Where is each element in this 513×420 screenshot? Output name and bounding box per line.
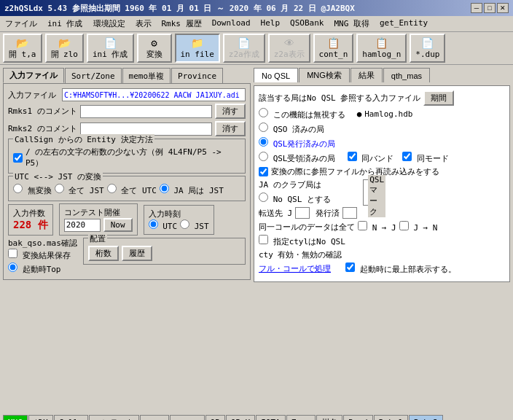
maximize-button[interactable]: □: [484, 3, 496, 13]
btab-rmks2[interactable]: Rmks2: [409, 415, 443, 420]
j-to-n-checkbox[interactable]: [399, 221, 409, 230]
toolbar-dup[interactable]: 📄 *.dup: [410, 34, 445, 63]
rmks2-field[interactable]: [80, 122, 212, 136]
utc-opt-alljst[interactable]: 全て JST: [55, 184, 104, 196]
n-to-j-label[interactable]: N → J: [358, 221, 396, 233]
toolbar-z2a-view[interactable]: 👁 z2a表示: [268, 34, 310, 63]
contest-year-field[interactable]: [64, 219, 101, 232]
rekishi-btn[interactable]: 履歴: [122, 246, 152, 261]
rmks1-delete-btn[interactable]: 消す: [215, 104, 246, 119]
btab-state[interactable]: 州名: [316, 415, 342, 420]
ignore-func-label[interactable]: この機能は無視する: [259, 108, 345, 120]
full-call-link[interactable]: フル・コールで処理: [259, 263, 331, 274]
qso-done-radio[interactable]: [259, 122, 268, 132]
ctyl-noqusl-label[interactable]: 指定ctylはNo QSL: [259, 235, 345, 247]
contest-group: コンテスト開催 Now: [59, 203, 138, 236]
start-top-label[interactable]: 起動時Top: [8, 262, 77, 275]
btab-opx[interactable]: OP X: [226, 415, 256, 420]
time-jst-radio[interactable]: [180, 219, 189, 229]
qsl-issued-label[interactable]: QSL発行済みの局: [259, 137, 336, 149]
time-jst-label[interactable]: JST: [180, 219, 209, 231]
ignore-func-radio[interactable]: [259, 108, 268, 117]
rp-tab-result[interactable]: 結果: [351, 68, 383, 82]
hakko-input[interactable]: [342, 207, 357, 219]
btab-rmks1[interactable]: Rmks1: [374, 415, 408, 420]
conv-result-checkbox[interactable]: [8, 249, 17, 258]
time-utc-label[interactable]: UTC: [149, 219, 178, 231]
rp-tab-mng[interactable]: MNG検索: [299, 68, 350, 82]
menu-view[interactable]: 表示: [133, 18, 154, 30]
menu-entity[interactable]: get_Entity: [377, 18, 430, 30]
menu-file[interactable]: ファイル: [3, 18, 39, 30]
btab-iota[interactable]: IOTA: [256, 415, 286, 420]
btab-rcvd[interactable]: Rcvd: [343, 415, 373, 420]
minimize-button[interactable]: ─: [471, 3, 482, 13]
menu-qsobank[interactable]: QSOBank: [288, 18, 326, 30]
period-btn[interactable]: 期間: [423, 90, 454, 106]
tab-sort-zone[interactable]: Sort/Zone: [65, 68, 122, 83]
j-to-n-label[interactable]: J → N: [399, 221, 438, 233]
rp-tab-qthmas[interactable]: qth_mas: [383, 68, 430, 82]
bak-options: 変換結果保存 起動時Top: [8, 249, 77, 275]
input-file-field[interactable]: [62, 88, 246, 101]
keisuu-btn[interactable]: 桁数: [88, 246, 119, 261]
toolbar-infile[interactable]: 📁 in file: [175, 34, 220, 63]
no-qsl-option-label[interactable]: No QSL とする: [259, 192, 331, 205]
rmks2-delete-btn[interactable]: 消す: [215, 121, 246, 136]
toolbar-ini[interactable]: 📄 ini 作成: [87, 34, 134, 63]
btab-mng[interactable]: MNG: [3, 415, 28, 420]
rmks1-field[interactable]: [80, 105, 212, 118]
toolbar-z2a-create[interactable]: 📄 z2a作成: [223, 34, 265, 63]
btab-zone[interactable]: Zone: [286, 415, 316, 420]
tab-input-file[interactable]: 入力ファイル: [3, 68, 64, 83]
qsl-issued-radio[interactable]: [259, 137, 268, 147]
toolbar-convert[interactable]: ⚙ 変換: [137, 34, 172, 63]
tab-province[interactable]: Province: [171, 68, 223, 83]
same-band-checkbox[interactable]: [348, 152, 357, 161]
tab-memo[interactable]: memo単複: [122, 68, 171, 83]
start-top-radio[interactable]: [8, 262, 17, 272]
toolbar-hamlog-n[interactable]: 📋 hamlog_n: [356, 34, 407, 63]
btab-memo-eq[interactable]: memo=: [170, 415, 204, 420]
menu-download[interactable]: Download: [210, 18, 253, 30]
time-utc-radio[interactable]: [149, 219, 158, 229]
toolbar-cont-n[interactable]: 📋 cont_n: [313, 34, 354, 63]
utc-radio-nochange[interactable]: [13, 184, 23, 193]
utc-radio-allutc[interactable]: [107, 184, 117, 193]
qsl-received-label[interactable]: QSL受領済みの局: [259, 152, 336, 164]
start-top-display-label[interactable]: 起動時に最上部表示する。: [345, 262, 456, 275]
qsl-received-radio[interactable]: [259, 152, 268, 161]
rp-tab-noqusl[interactable]: No QSL: [254, 68, 298, 82]
start-top-display-checkbox[interactable]: [345, 262, 355, 272]
same-band-label[interactable]: 同バンド: [348, 152, 394, 164]
toolbar-open-ta[interactable]: 📂 開 t,a: [3, 34, 42, 63]
qso-done-label[interactable]: QSO 済みの局: [259, 122, 324, 135]
menu-help[interactable]: Help: [259, 18, 283, 30]
no-qsl-radio[interactable]: [259, 192, 268, 202]
menu-ini[interactable]: ini 作成: [45, 18, 85, 30]
tensou-input[interactable]: [295, 207, 310, 219]
now-button[interactable]: Now: [103, 218, 133, 232]
menu-mng[interactable]: MNG 取得: [332, 18, 372, 30]
btab-contest[interactable]: コンテスト: [89, 415, 139, 420]
utc-opt-jajst[interactable]: JA 局は JST: [160, 184, 224, 196]
conv-result-label[interactable]: 変換結果保存: [8, 249, 77, 261]
reread-checkbox[interactable]: [259, 167, 268, 176]
ctyl-noqusl-checkbox[interactable]: [259, 235, 268, 244]
same-mode-label[interactable]: 同モード: [402, 152, 449, 164]
utc-radio-alljst[interactable]: [55, 184, 64, 193]
btab-op[interactable]: OP: [205, 415, 225, 420]
utc-radio-jajst[interactable]: [160, 184, 169, 193]
btab-dx[interactable]: $DX: [28, 415, 53, 420]
menu-env[interactable]: 環境設定: [91, 18, 128, 30]
btab-calls[interactable]: Calls: [54, 415, 88, 420]
close-button[interactable]: ✕: [497, 3, 509, 13]
callsign-checkbox[interactable]: [13, 153, 23, 163]
toolbar-open-zlo[interactable]: 📂 開 zlo: [45, 34, 85, 63]
btab-memo[interactable]: memo: [140, 415, 170, 420]
menu-rmks[interactable]: Rmks 履歴: [160, 18, 204, 30]
utc-opt-nochange[interactable]: 無変換: [13, 184, 52, 196]
n-to-j-checkbox[interactable]: [358, 221, 367, 230]
utc-opt-allutc[interactable]: 全て UTC: [107, 184, 157, 196]
same-mode-checkbox[interactable]: [402, 152, 412, 161]
